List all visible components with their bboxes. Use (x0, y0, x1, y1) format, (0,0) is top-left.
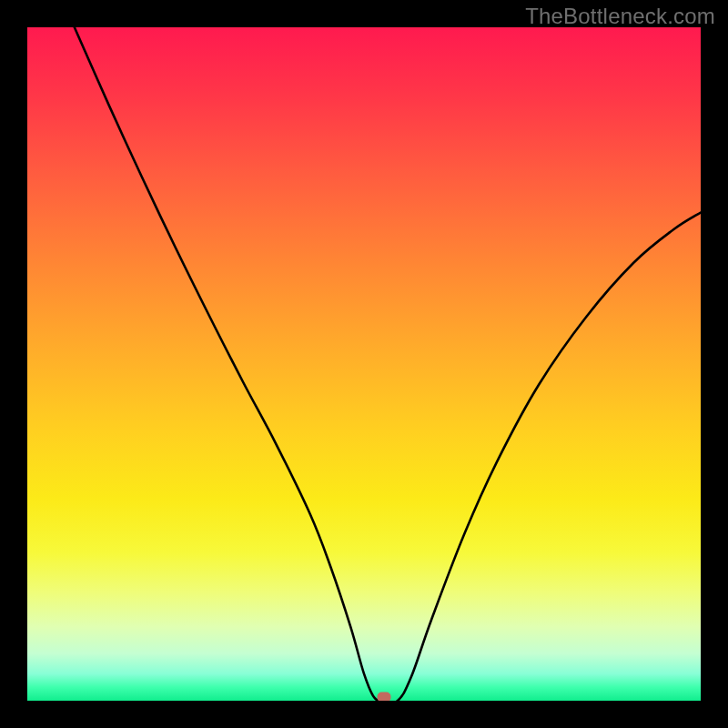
watermark-text: TheBottleneck.com (525, 4, 715, 29)
chart-frame: TheBottleneck.com (0, 0, 728, 728)
plot-area (27, 27, 701, 701)
optimal-point-marker (378, 693, 391, 701)
bottleneck-curve (27, 27, 701, 701)
